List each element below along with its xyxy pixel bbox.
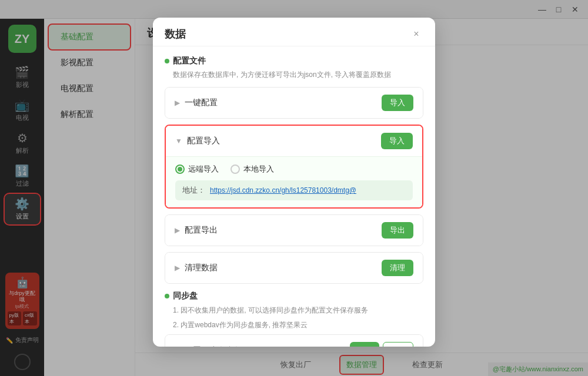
sync-section-dot	[165, 294, 169, 298]
clear-data-header[interactable]: ▶ 清理数据 清理	[165, 253, 423, 283]
config-export-left: ▶ 配置导出	[175, 225, 218, 236]
radio-local-label: 本地导入	[243, 164, 274, 174]
one-click-import-button[interactable]: 导入	[382, 95, 413, 111]
sync-desc-2: 2. 内置webdav作为同步盘服务, 推荐坚果云	[165, 320, 423, 331]
sync-section-title: 同步盘	[165, 291, 423, 301]
clear-data-button[interactable]: 清理	[382, 260, 413, 276]
modal-title: 数据	[165, 27, 186, 41]
sync-params-header[interactable]: ▶ 配置同步盘参数 保存 校验	[165, 335, 423, 347]
config-import-header[interactable]: ▼ 配置导入 导入	[166, 126, 422, 156]
config-export-chevron: ▶	[175, 226, 180, 234]
config-file-desc: 数据保存在数据库中, 为方便迁移可导出为json文件, 导入将覆盖原数据	[165, 70, 423, 80]
modal-header: 数据 ×	[153, 18, 435, 46]
sync-section-label: 同步盘	[173, 291, 198, 301]
radio-remote[interactable]: 远端导入	[175, 164, 219, 174]
config-file-section-title: 配置文件	[165, 56, 423, 66]
clear-data-label: 清理数据	[185, 263, 218, 273]
sync-params-buttons: 保存 校验	[350, 342, 413, 347]
address-row: 地址： https://jsd.cdn.zzko.cn/gh/ls1257810…	[175, 180, 413, 200]
config-export-header[interactable]: ▶ 配置导出 导出	[165, 215, 423, 246]
clear-data-chevron: ▶	[175, 264, 180, 272]
radio-remote-circle[interactable]	[175, 164, 185, 174]
config-import-chevron: ▼	[175, 137, 182, 145]
modal-overlay: 数据 × 配置文件 数据保存在数据库中, 为方便迁移可导出为json文件, 导入…	[0, 0, 588, 376]
data-modal: 数据 × 配置文件 数据保存在数据库中, 为方便迁移可导出为json文件, 导入…	[153, 18, 435, 347]
config-export-button[interactable]: 导出	[382, 222, 413, 239]
sync-params-item: ▶ 配置同步盘参数 保存 校验	[165, 334, 423, 347]
modal-close-button[interactable]: ×	[409, 27, 423, 41]
one-click-chevron: ▶	[175, 99, 180, 107]
one-click-label: 一键配置	[185, 98, 218, 108]
sync-save-button[interactable]: 保存	[350, 342, 379, 347]
modal-body: 配置文件 数据保存在数据库中, 为方便迁移可导出为json文件, 导入将覆盖原数…	[153, 46, 435, 347]
config-import-label: 配置导入	[187, 136, 220, 146]
config-import-expanded: 远端导入 本地导入 地址： https://jsd.cdn.zzko.cn/gh…	[166, 156, 422, 207]
config-export-item: ▶ 配置导出 导出	[165, 214, 423, 246]
config-import-button[interactable]: 导入	[381, 133, 413, 149]
sync-verify-button[interactable]: 校验	[383, 342, 413, 347]
radio-local-circle[interactable]	[230, 164, 240, 174]
address-label: 地址：	[182, 185, 205, 196]
sync-desc-1: 1. 因不收集用户的数据, 可以选择同步盘作为配置文件保存服务	[165, 305, 423, 316]
radio-local[interactable]: 本地导入	[230, 164, 274, 174]
section-dot	[165, 59, 169, 63]
one-click-config-item: ▶ 一键配置 导入	[165, 87, 423, 119]
sync-params-left: ▶ 配置同步盘参数	[175, 345, 242, 347]
address-url[interactable]: https://jsd.cdn.zzko.cn/gh/ls125781003/d…	[210, 186, 356, 194]
sync-params-label: 配置同步盘参数	[185, 345, 242, 347]
radio-group: 远端导入 本地导入	[175, 164, 413, 174]
config-export-label: 配置导出	[185, 225, 218, 236]
config-import-item: ▼ 配置导入 导入 远端导入 本地导入	[165, 125, 423, 209]
one-click-left: ▶ 一键配置	[175, 98, 218, 108]
one-click-config-header[interactable]: ▶ 一键配置 导入	[165, 88, 423, 118]
clear-data-item: ▶ 清理数据 清理	[165, 252, 423, 284]
radio-remote-label: 远端导入	[188, 164, 219, 174]
config-file-label: 配置文件	[173, 56, 206, 66]
clear-data-left: ▶ 清理数据	[175, 263, 218, 273]
config-import-left: ▼ 配置导入	[175, 136, 220, 146]
